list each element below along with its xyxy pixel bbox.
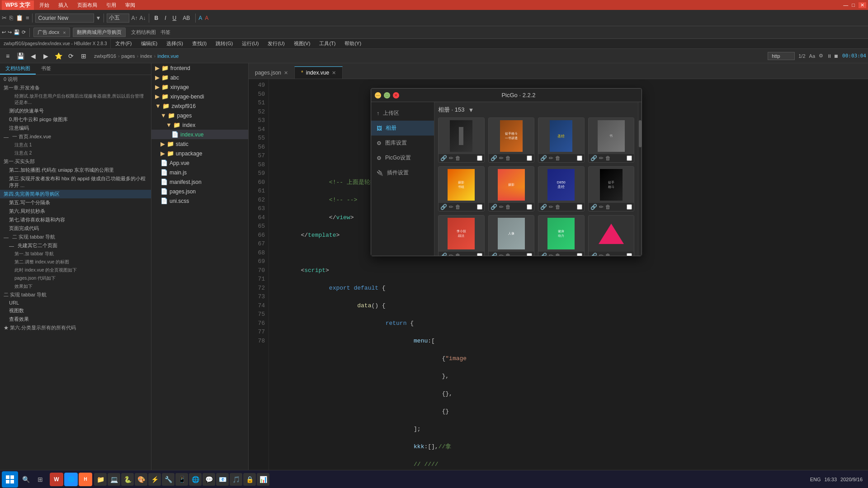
select-checkbox-1[interactable] — [477, 155, 482, 161]
reload-btn[interactable]: ⟳ — [65, 50, 77, 62]
delete-btn-2[interactable]: 🗑 — [505, 155, 511, 161]
select-checkbox-10[interactable] — [527, 253, 532, 256]
tree-item-uni-scss[interactable]: 📄 uni.scss — [151, 196, 248, 206]
font-size-up-icon[interactable]: A↑ — [131, 15, 137, 21]
app-icon-5[interactable]: ⚡ — [148, 473, 161, 486]
delete-btn-3[interactable]: 🗑 — [555, 155, 561, 161]
pause-btn[interactable]: ⏸ — [827, 53, 832, 59]
address-bar[interactable] — [768, 52, 795, 60]
outline-item-8[interactable]: 注意点 2 — [0, 149, 151, 157]
edit-btn-6[interactable]: ✏ — [499, 204, 504, 210]
outline-item-4[interactable]: 0.用七牛云和 picgo 做图库 — [0, 115, 151, 124]
tab-pages-json[interactable]: pages.json ✕ — [249, 66, 294, 79]
delete-btn-8[interactable]: 🗑 — [605, 204, 611, 210]
copy-link-btn-5[interactable]: 🔗 — [440, 204, 447, 210]
select-checkbox-2[interactable] — [527, 155, 532, 161]
tab-index-vue[interactable]: * index.vue ✕ — [294, 66, 343, 79]
app-icon-13[interactable]: 📊 — [257, 473, 269, 486]
outline-item-25[interactable]: URL — [0, 299, 151, 306]
bookmark-tab[interactable]: 书签 — [160, 29, 170, 36]
menu-publish[interactable]: 发行(U) — [263, 39, 289, 48]
wps-menu-layout[interactable]: 页面布局 — [75, 1, 99, 9]
tree-item-app-vue[interactable]: 📄 App.vue — [151, 158, 248, 168]
tree-item-manifest-json[interactable]: 📄 manifest.json — [151, 177, 248, 187]
outline-item-28[interactable]: ★ 第六.分类显示所有的所有代码 — [0, 324, 151, 332]
edit-btn-12[interactable]: ✏ — [599, 253, 604, 256]
outline-item-2[interactable]: 经测试.放开任意用户后台权限后出现服务器崩溃,所以以后台管理还是本... — [0, 92, 151, 107]
copy-link-btn-12[interactable]: 🔗 — [590, 253, 597, 256]
breadcrumb-index[interactable]: index — [140, 53, 152, 59]
app-icon-2[interactable]: 💻 — [108, 473, 120, 486]
stop-btn[interactable]: ⏹ — [834, 53, 839, 59]
save-icon[interactable]: 💾 — [14, 29, 20, 35]
doc-tab-ad[interactable]: 广告.docx × — [33, 28, 70, 37]
undo-icon[interactable]: ↩ — [2, 29, 6, 35]
app-icon-12[interactable]: 🔒 — [243, 473, 256, 486]
tree-item-zwlxpf916[interactable]: ▼ 📁 zwlxpf916 — [151, 101, 248, 111]
hbuilder-taskbar-icon[interactable]: H — [79, 473, 92, 486]
font-dropdown-icon[interactable]: ▼ — [96, 15, 101, 21]
menu-run[interactable]: 运行(U) — [237, 39, 263, 48]
copy-link-btn-7[interactable]: 🔗 — [540, 204, 547, 210]
copy-link-btn-11[interactable]: 🔗 — [540, 253, 547, 256]
tab-index-vue-close[interactable]: ✕ — [332, 70, 336, 76]
split-editor-icon[interactable]: ⊞ — [78, 50, 90, 62]
breadcrumb-pages[interactable]: pages — [122, 53, 135, 59]
wps-menu-insert[interactable]: 插入 — [57, 1, 70, 9]
copy-link-btn-4[interactable]: 🔗 — [590, 155, 597, 161]
delete-btn-7[interactable]: 🗑 — [555, 204, 561, 210]
breadcrumb-project[interactable]: zwlxpf916 — [94, 53, 116, 59]
delete-btn-12[interactable]: 🗑 — [605, 253, 611, 256]
edit-btn-4[interactable]: ✏ — [599, 155, 604, 161]
outline-item-17[interactable]: —二 实现 tabbar 导航 — [0, 233, 151, 241]
outline-item-12[interactable]: 第四.先完善简单的导购区 — [0, 190, 151, 198]
tree-item-abc[interactable]: ▶ 📁 abc — [151, 73, 248, 82]
tree-item-frontend[interactable]: ▶ 📁 frontend — [151, 63, 248, 73]
app-icon-9[interactable]: 💬 — [203, 473, 215, 486]
delete-btn-10[interactable]: 🗑 — [505, 253, 511, 256]
app-icon-1[interactable]: 📁 — [94, 473, 107, 486]
tree-item-main-js[interactable]: 📄 main.js — [151, 168, 248, 177]
wps-menu-start[interactable]: 开始 — [38, 1, 51, 9]
select-checkbox-3[interactable] — [577, 155, 582, 161]
outline-item-9[interactable]: 第一.买实头部 — [0, 157, 151, 166]
tree-item-pages-json[interactable]: 📄 pages.json — [151, 187, 248, 196]
font-color-icon[interactable]: A — [205, 15, 208, 21]
select-checkbox-9[interactable] — [477, 253, 482, 256]
outline-item-27[interactable]: 查看效果 — [0, 315, 151, 324]
copy-link-btn-1[interactable]: 🔗 — [440, 155, 447, 161]
delete-btn-1[interactable]: 🗑 — [455, 155, 461, 161]
delete-btn-11[interactable]: 🗑 — [555, 253, 561, 256]
doc-tab-close[interactable]: × — [63, 30, 66, 35]
outline-item-18[interactable]: —先建其它二个页面 — [0, 241, 151, 250]
menu-jump[interactable]: 跳转(G) — [211, 39, 237, 48]
strikethrough-button[interactable]: AB — [180, 14, 193, 22]
edit-btn-8[interactable]: ✏ — [599, 204, 604, 210]
album-dropdown-btn[interactable]: ▼ — [468, 107, 474, 113]
app-icon-3[interactable]: 🐍 — [121, 473, 134, 486]
wps-maximize-btn[interactable]: □ — [852, 2, 855, 8]
outline-item-1[interactable]: 第一章.开发准备 — [0, 84, 151, 92]
italic-button[interactable]: I — [162, 14, 169, 22]
select-checkbox-5[interactable] — [477, 204, 482, 210]
wps-taskbar-icon[interactable]: W — [50, 473, 63, 486]
outline-item-10[interactable]: 第二.加轮播图.代码在 uniapp 东京书城的公用里 — [0, 166, 151, 174]
app-icon-6[interactable]: 🔧 — [162, 473, 175, 486]
picgo-nav-picgo-settings[interactable]: ⚙ PicGo设置 — [371, 150, 434, 165]
outline-item-3[interactable]: 测试的快速单号 — [0, 107, 151, 115]
picgo-nav-upload[interactable]: ↑ 上传区 — [371, 106, 434, 121]
tab-pages-json-close[interactable]: ✕ — [284, 70, 288, 76]
select-checkbox-6[interactable] — [527, 204, 532, 210]
outline-item-7[interactable]: 注意点 1 — [0, 141, 151, 149]
wps-minimize-btn[interactable]: — — [843, 2, 848, 8]
edit-btn-7[interactable]: ✏ — [549, 204, 553, 210]
scroll-thumb[interactable] — [639, 120, 642, 147]
select-checkbox-7[interactable] — [577, 204, 582, 210]
app-icon-8[interactable]: 🌐 — [189, 473, 202, 486]
outline-item-19[interactable]: 第一.加 tabbar 导航 — [0, 250, 151, 258]
picgo-maximize-btn[interactable]: □ — [384, 92, 390, 99]
tree-item-pages[interactable]: ▼ 📁 pages — [151, 111, 248, 120]
menu-select[interactable]: 选择(S) — [162, 39, 188, 48]
outline-item-15[interactable]: 第七.请你喜欢标题和内容 — [0, 216, 151, 224]
tree-item-index-vue[interactable]: 📄 index.vue — [151, 130, 248, 139]
